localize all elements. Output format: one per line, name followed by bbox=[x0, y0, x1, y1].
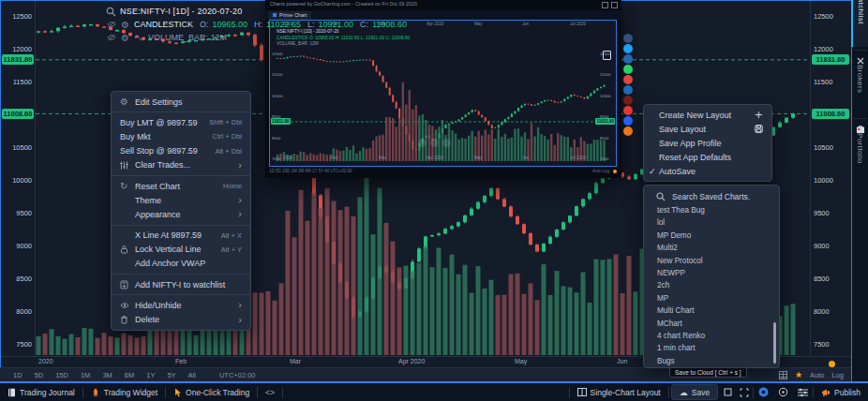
timeframe-5d[interactable]: 5D bbox=[35, 371, 44, 379]
tab-portfolio[interactable]: Portfolio bbox=[852, 122, 868, 195]
share-icon-7[interactable] bbox=[623, 106, 633, 115]
menu-item-buy-lmt[interactable]: Buy LMT @ 9897.59 Shift + Dbl bbox=[112, 115, 250, 129]
target-icon bbox=[778, 387, 788, 397]
fullscreen-button[interactable] bbox=[736, 383, 753, 401]
share-icon-2[interactable] bbox=[623, 54, 633, 64]
saved-chart-item[interactable]: Multi2 bbox=[644, 242, 779, 254]
saved-chart-item[interactable]: test Thea Bug bbox=[644, 204, 779, 216]
support-chat-button[interactable] bbox=[754, 383, 773, 401]
save-button[interactable]: ☁ Save bbox=[671, 384, 718, 400]
menu-item-buy-mkt[interactable]: Buy Mkt Ctrl + Dbl bbox=[112, 129, 250, 143]
check-icon bbox=[649, 167, 656, 176]
popup-window-icons[interactable] bbox=[602, 2, 618, 8]
menu-item-x-line[interactable]: X Line At 9897.59 Alt + X bbox=[112, 229, 250, 243]
saved-chart-item[interactable]: Bugs bbox=[644, 355, 779, 367]
maximize-button[interactable] bbox=[720, 383, 736, 401]
timeframe-6m[interactable]: 6M bbox=[125, 371, 134, 379]
menu-item-hide-unhide[interactable]: Hide/Unhide bbox=[112, 298, 250, 312]
log-scale-toggle[interactable]: Log bbox=[831, 371, 844, 379]
grid-icon[interactable] bbox=[779, 371, 787, 379]
saved-chart-item[interactable]: MP Demo bbox=[644, 230, 779, 242]
briefcase-icon bbox=[857, 126, 864, 133]
eye-off-icon[interactable] bbox=[106, 21, 116, 28]
popup-time-tick: Mar bbox=[379, 156, 386, 160]
menu-item-delete[interactable]: Delete bbox=[112, 312, 250, 326]
crosshair-button[interactable] bbox=[773, 383, 793, 401]
saved-chart-item[interactable]: lol bbox=[644, 216, 779, 229]
menu-item-theme[interactable]: Theme bbox=[112, 193, 250, 207]
saved-chart-item[interactable]: MChart bbox=[644, 318, 779, 330]
notification-dot bbox=[613, 170, 617, 173]
menu-item-reset-chart[interactable]: Reset Chart Home bbox=[112, 179, 250, 193]
timeframe-5y[interactable]: 5Y bbox=[167, 371, 175, 379]
menu-item-reset-app-defaults[interactable]: Reset App Defaults bbox=[644, 150, 771, 164]
rocket-icon bbox=[91, 388, 100, 397]
menu-item-autosave[interactable]: AutoSave bbox=[644, 164, 771, 178]
publish-button[interactable]: Publish bbox=[814, 383, 868, 401]
layout-menu: Create New Layout Save Layout Save App P… bbox=[643, 104, 772, 182]
popup-time-tick: Jun bbox=[522, 156, 529, 160]
share-icon-0[interactable] bbox=[623, 34, 633, 43]
close-icon[interactable] bbox=[611, 2, 618, 8]
single-chart-layout-button[interactable]: Single-Chart Layout bbox=[570, 383, 668, 401]
share-icon-6[interactable] bbox=[623, 96, 633, 105]
timeframe-all[interactable]: All bbox=[188, 371, 196, 379]
menu-item-create-new-layout[interactable]: Create New Layout bbox=[644, 108, 771, 122]
menu-item-save-app-profile[interactable]: Save App Profile bbox=[644, 136, 771, 150]
star-icon[interactable]: ★ bbox=[795, 370, 802, 379]
expand-icon[interactable] bbox=[602, 2, 608, 8]
menu-item-save-layout[interactable]: Save Layout bbox=[644, 122, 771, 136]
trading-widget-button[interactable]: Trading Widget bbox=[83, 383, 165, 401]
time-tick: Mar bbox=[290, 358, 301, 364]
menu-item-appearance[interactable]: Appearance bbox=[112, 207, 250, 221]
popup-nav-buttons[interactable] bbox=[418, 139, 451, 147]
one-click-trading-button[interactable]: One-Click Trading bbox=[166, 383, 257, 401]
saved-chart-item[interactable]: MP bbox=[644, 292, 779, 304]
popup-time-tick: Jun bbox=[522, 22, 529, 26]
scrollbar[interactable] bbox=[773, 322, 776, 364]
saved-chart-item[interactable]: NEWPP bbox=[644, 267, 779, 279]
gear-icon[interactable] bbox=[120, 33, 130, 43]
popup-footer: 1D 5D 15D 1M 3M 6M 1Y 5Y All UTC+02:00 A… bbox=[269, 169, 617, 173]
menu-item-add-anchor-vwap[interactable]: Add Anchor VWAP bbox=[112, 257, 250, 271]
saved-chart-item[interactable]: Multi Chart bbox=[644, 304, 779, 317]
share-icon-1[interactable] bbox=[623, 44, 633, 53]
tab-brokers[interactable]: Brokers bbox=[852, 53, 868, 115]
popup-price-tick: 8500 bbox=[272, 136, 280, 141]
menu-item-clear-trades[interactable]: Clear Trades... bbox=[112, 158, 250, 172]
timeframe-1d[interactable]: 1D bbox=[13, 371, 22, 379]
gear-icon[interactable] bbox=[120, 20, 130, 30]
tab-watchlist[interactable]: Watchlist bbox=[851, 0, 868, 47]
saved-chart-item[interactable]: 4 chart Renko bbox=[644, 330, 779, 342]
magnifier-icon[interactable] bbox=[106, 7, 116, 17]
share-icon-3[interactable] bbox=[623, 65, 633, 74]
divider bbox=[112, 274, 250, 275]
settings-button[interactable] bbox=[793, 383, 813, 401]
trading-journal-button[interactable]: Trading Journal bbox=[0, 383, 82, 401]
share-icon-4[interactable] bbox=[623, 75, 633, 84]
popup-price-tag: 11831.80 bbox=[271, 118, 291, 125]
saved-chart-item[interactable]: New Protocol bbox=[644, 255, 779, 267]
menu-item-lock-vertical-line[interactable]: Lock Vertical Line Alt + Y bbox=[112, 243, 250, 257]
auto-scale-toggle[interactable]: Auto bbox=[810, 371, 824, 379]
code-button[interactable]: <> bbox=[258, 383, 282, 401]
share-icon-8[interactable] bbox=[623, 116, 633, 126]
timeframe-15d[interactable]: 15D bbox=[55, 371, 68, 379]
eye-off-icon[interactable] bbox=[106, 34, 116, 41]
menu-item-edit-settings[interactable]: Edit Settings bbox=[112, 95, 250, 109]
share-icon-9[interactable] bbox=[623, 126, 633, 136]
menu-item-add-to-watchlist[interactable]: Add NIFTY-I to watchlist bbox=[112, 277, 250, 291]
menu-item-sell-stop[interactable]: Sell Stop @ 9897.59 Alt + Dbl bbox=[112, 144, 250, 158]
symbol-title: NSE:NIFTY-I [1D] - 2020-07-20 bbox=[120, 7, 243, 16]
saved-chart-item[interactable]: 2ch bbox=[644, 279, 779, 291]
copy-icon[interactable] bbox=[603, 51, 611, 60]
timeframe-3m[interactable]: 3M bbox=[102, 371, 112, 379]
saved-charts-search[interactable]: Search Saved Charts. bbox=[644, 188, 779, 204]
timezone[interactable]: UTC+02:00 bbox=[219, 371, 256, 379]
plus-icon bbox=[755, 109, 763, 121]
timeframe-1m[interactable]: 1M bbox=[81, 371, 90, 379]
saved-chart-item[interactable]: 1 min chart bbox=[644, 342, 779, 354]
timeframe-1y[interactable]: 1Y bbox=[146, 371, 155, 379]
share-icon-5[interactable] bbox=[623, 85, 633, 95]
popup-time-tick: May bbox=[474, 22, 483, 26]
